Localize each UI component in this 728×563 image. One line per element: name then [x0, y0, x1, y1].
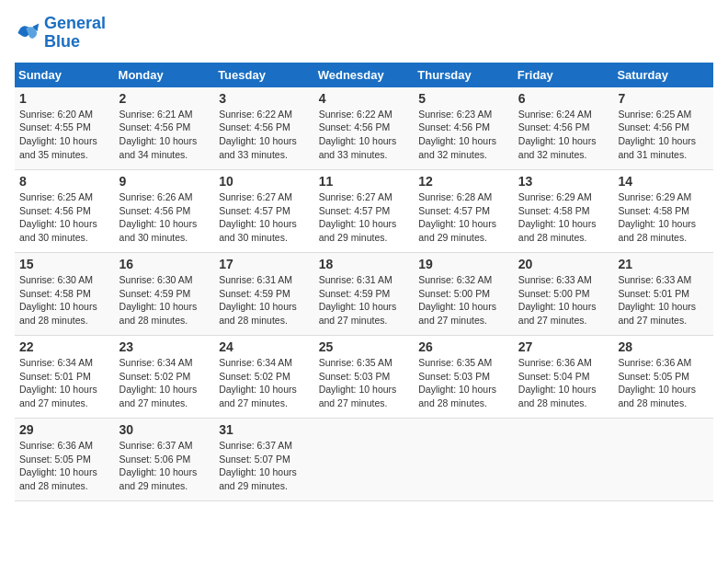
- weekday-header-saturday: Saturday: [613, 63, 713, 87]
- week-row-2: 8Sunrise: 6:25 AMSunset: 4:56 PMDaylight…: [15, 170, 713, 253]
- day-number: 30: [119, 422, 210, 437]
- calendar-cell: 14Sunrise: 6:29 AMSunset: 4:58 PMDayligh…: [613, 170, 713, 253]
- weekday-header-wednesday: Wednesday: [314, 63, 415, 87]
- day-number: 4: [319, 91, 410, 106]
- day-info: Sunrise: 6:26 AMSunset: 4:56 PMDaylight:…: [119, 190, 210, 245]
- day-number: 20: [518, 257, 609, 271]
- day-number: 23: [119, 339, 210, 354]
- day-number: 31: [219, 422, 310, 437]
- day-info: Sunrise: 6:34 AMSunset: 5:01 PMDaylight:…: [19, 356, 110, 410]
- calendar-cell: 23Sunrise: 6:34 AMSunset: 5:02 PMDayligh…: [115, 336, 215, 419]
- day-number: 8: [19, 174, 110, 189]
- calendar-cell: 5Sunrise: 6:23 AMSunset: 4:56 PMDaylight…: [414, 87, 514, 170]
- day-info: Sunrise: 6:33 AMSunset: 5:01 PMDaylight:…: [618, 273, 709, 327]
- day-info: Sunrise: 6:32 AMSunset: 5:00 PMDaylight:…: [418, 273, 509, 327]
- week-row-5: 29Sunrise: 6:36 AMSunset: 5:05 PMDayligh…: [15, 419, 713, 501]
- page-header: General Blue: [15, 15, 713, 52]
- week-row-3: 15Sunrise: 6:30 AMSunset: 4:58 PMDayligh…: [15, 253, 713, 336]
- calendar-cell: 16Sunrise: 6:30 AMSunset: 4:59 PMDayligh…: [115, 253, 215, 336]
- calendar-cell: 26Sunrise: 6:35 AMSunset: 5:03 PMDayligh…: [414, 336, 514, 419]
- calendar-body: 1Sunrise: 6:20 AMSunset: 4:55 PMDaylight…: [15, 87, 713, 501]
- weekday-header-monday: Monday: [115, 63, 215, 87]
- day-info: Sunrise: 6:23 AMSunset: 4:56 PMDaylight:…: [418, 108, 509, 162]
- day-info: Sunrise: 6:20 AMSunset: 4:55 PMDaylight:…: [19, 108, 110, 162]
- day-number: 25: [319, 339, 410, 354]
- day-number: 17: [219, 257, 310, 271]
- calendar-cell: 3Sunrise: 6:22 AMSunset: 4:56 PMDaylight…: [214, 87, 314, 170]
- day-info: Sunrise: 6:29 AMSunset: 4:58 PMDaylight:…: [618, 190, 709, 245]
- logo-general: General: [44, 14, 106, 32]
- day-info: Sunrise: 6:24 AMSunset: 4:56 PMDaylight:…: [518, 108, 609, 162]
- week-row-4: 22Sunrise: 6:34 AMSunset: 5:01 PMDayligh…: [15, 336, 713, 419]
- calendar-cell: 30Sunrise: 6:37 AMSunset: 5:06 PMDayligh…: [115, 419, 215, 501]
- day-number: 18: [319, 257, 410, 271]
- day-info: Sunrise: 6:27 AMSunset: 4:57 PMDaylight:…: [219, 190, 310, 245]
- day-number: 15: [19, 257, 110, 271]
- day-number: 9: [119, 174, 210, 189]
- day-info: Sunrise: 6:35 AMSunset: 5:03 PMDaylight:…: [418, 356, 509, 410]
- weekday-header-thursday: Thursday: [414, 63, 514, 87]
- day-info: Sunrise: 6:34 AMSunset: 5:02 PMDaylight:…: [219, 356, 310, 410]
- calendar-cell: [414, 419, 514, 501]
- calendar-cell: 15Sunrise: 6:30 AMSunset: 4:58 PMDayligh…: [15, 253, 115, 336]
- calendar-cell: [314, 419, 415, 501]
- calendar-header: SundayMondayTuesdayWednesdayThursdayFrid…: [15, 63, 713, 87]
- day-info: Sunrise: 6:36 AMSunset: 5:05 PMDaylight:…: [19, 439, 110, 493]
- day-number: 26: [418, 339, 509, 354]
- day-number: 28: [618, 339, 709, 354]
- day-info: Sunrise: 6:33 AMSunset: 5:00 PMDaylight:…: [518, 273, 609, 327]
- day-number: 14: [618, 174, 709, 189]
- day-info: Sunrise: 6:35 AMSunset: 5:03 PMDaylight:…: [319, 356, 410, 410]
- day-number: 29: [19, 422, 110, 437]
- day-number: 21: [618, 257, 709, 271]
- calendar-cell: 31Sunrise: 6:37 AMSunset: 5:07 PMDayligh…: [214, 419, 314, 501]
- day-number: 27: [518, 339, 609, 354]
- day-info: Sunrise: 6:37 AMSunset: 5:07 PMDaylight:…: [219, 439, 310, 493]
- day-info: Sunrise: 6:36 AMSunset: 5:05 PMDaylight:…: [618, 356, 709, 410]
- calendar-cell: 4Sunrise: 6:22 AMSunset: 4:56 PMDaylight…: [314, 87, 415, 170]
- day-number: 1: [19, 91, 110, 106]
- day-info: Sunrise: 6:29 AMSunset: 4:58 PMDaylight:…: [518, 190, 609, 245]
- day-info: Sunrise: 6:22 AMSunset: 4:56 PMDaylight:…: [219, 108, 310, 162]
- weekday-header-sunday: Sunday: [15, 63, 115, 87]
- calendar-cell: 6Sunrise: 6:24 AMSunset: 4:56 PMDaylight…: [514, 87, 614, 170]
- calendar-cell: 12Sunrise: 6:28 AMSunset: 4:57 PMDayligh…: [414, 170, 514, 253]
- day-number: 19: [418, 257, 509, 271]
- calendar-cell: 24Sunrise: 6:34 AMSunset: 5:02 PMDayligh…: [214, 336, 314, 419]
- day-number: 24: [219, 339, 310, 354]
- day-info: Sunrise: 6:28 AMSunset: 4:57 PMDaylight:…: [418, 190, 509, 245]
- day-info: Sunrise: 6:25 AMSunset: 4:56 PMDaylight:…: [618, 108, 709, 162]
- calendar-cell: 7Sunrise: 6:25 AMSunset: 4:56 PMDaylight…: [613, 87, 713, 170]
- day-number: 13: [518, 174, 609, 189]
- day-info: Sunrise: 6:27 AMSunset: 4:57 PMDaylight:…: [319, 190, 410, 245]
- calendar-cell: 27Sunrise: 6:36 AMSunset: 5:04 PMDayligh…: [514, 336, 614, 419]
- calendar-cell: 17Sunrise: 6:31 AMSunset: 4:59 PMDayligh…: [214, 253, 314, 336]
- calendar-cell: 10Sunrise: 6:27 AMSunset: 4:57 PMDayligh…: [214, 170, 314, 253]
- calendar-cell: 8Sunrise: 6:25 AMSunset: 4:56 PMDaylight…: [15, 170, 115, 253]
- weekday-header-friday: Friday: [514, 63, 614, 87]
- day-number: 7: [618, 91, 709, 106]
- day-info: Sunrise: 6:34 AMSunset: 5:02 PMDaylight:…: [119, 356, 210, 410]
- calendar-cell: 2Sunrise: 6:21 AMSunset: 4:56 PMDaylight…: [115, 87, 215, 170]
- day-info: Sunrise: 6:30 AMSunset: 4:58 PMDaylight:…: [19, 273, 110, 327]
- calendar-cell: 28Sunrise: 6:36 AMSunset: 5:05 PMDayligh…: [613, 336, 713, 419]
- calendar-cell: 25Sunrise: 6:35 AMSunset: 5:03 PMDayligh…: [314, 336, 415, 419]
- day-info: Sunrise: 6:30 AMSunset: 4:59 PMDaylight:…: [119, 273, 210, 327]
- calendar-cell: [613, 419, 713, 501]
- weekday-row: SundayMondayTuesdayWednesdayThursdayFrid…: [15, 63, 713, 87]
- calendar-cell: 18Sunrise: 6:31 AMSunset: 4:59 PMDayligh…: [314, 253, 415, 336]
- day-info: Sunrise: 6:37 AMSunset: 5:06 PMDaylight:…: [119, 439, 210, 493]
- day-number: 22: [19, 339, 110, 354]
- day-info: Sunrise: 6:21 AMSunset: 4:56 PMDaylight:…: [119, 108, 210, 162]
- logo: General Blue: [15, 15, 106, 52]
- week-row-1: 1Sunrise: 6:20 AMSunset: 4:55 PMDaylight…: [15, 87, 713, 170]
- calendar-cell: 29Sunrise: 6:36 AMSunset: 5:05 PMDayligh…: [15, 419, 115, 501]
- calendar-cell: 20Sunrise: 6:33 AMSunset: 5:00 PMDayligh…: [514, 253, 614, 336]
- calendar-cell: 21Sunrise: 6:33 AMSunset: 5:01 PMDayligh…: [613, 253, 713, 336]
- day-number: 12: [418, 174, 509, 189]
- logo-icon: [15, 20, 40, 46]
- calendar-cell: 13Sunrise: 6:29 AMSunset: 4:58 PMDayligh…: [514, 170, 614, 253]
- day-number: 6: [518, 91, 609, 106]
- calendar-cell: 9Sunrise: 6:26 AMSunset: 4:56 PMDaylight…: [115, 170, 215, 253]
- day-number: 10: [219, 174, 310, 189]
